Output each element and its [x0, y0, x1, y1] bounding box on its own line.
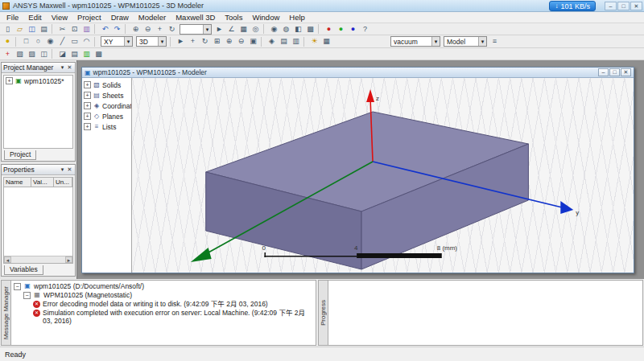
- project-tree-root[interactable]: + ▣ wpm101025*: [4, 76, 72, 86]
- message-manager-strip[interactable]: Message Manager: [1, 280, 11, 346]
- tab-project[interactable]: Project: [4, 150, 36, 160]
- cut-icon[interactable]: ✂: [56, 24, 68, 35]
- help-pointer-icon[interactable]: ?: [359, 24, 371, 35]
- maximize-button[interactable]: □: [609, 68, 620, 76]
- tree-item-sheets[interactable]: + ▤ Sheets: [82, 90, 131, 101]
- tab-variables[interactable]: Variables: [4, 265, 43, 275]
- redo-icon[interactable]: ↷: [111, 24, 123, 35]
- maximize-button[interactable]: □: [617, 2, 630, 10]
- mesh-display-icon[interactable]: ▩: [93, 49, 105, 59]
- print-icon[interactable]: ▤: [38, 24, 50, 35]
- menu-window[interactable]: Window: [247, 12, 284, 23]
- menu-draw[interactable]: Draw: [106, 12, 134, 23]
- tree-item-lists[interactable]: + ≡ Lists: [82, 121, 131, 132]
- pan-view-icon[interactable]: +: [187, 36, 199, 47]
- expander-plus-icon[interactable]: +: [84, 92, 91, 99]
- work-plane-icon[interactable]: ▧: [14, 49, 26, 59]
- minimize-button[interactable]: –: [598, 68, 609, 76]
- menu-tools[interactable]: Tools: [220, 12, 247, 23]
- expander-minus-icon[interactable]: −: [14, 283, 21, 290]
- new-icon[interactable]: ▯: [2, 24, 14, 35]
- expander-minus-icon[interactable]: −: [23, 292, 31, 299]
- message-error-2[interactable]: ✕ Simulation completed with execution er…: [14, 309, 313, 325]
- scroll-right-icon[interactable]: ►: [65, 256, 72, 263]
- snap-settings-icon[interactable]: ◫: [38, 49, 50, 59]
- chevron-down-icon[interactable]: ▾: [203, 25, 211, 34]
- render-shaded-icon[interactable]: ☀: [308, 36, 320, 47]
- message-design-node[interactable]: − ▦ WPM101025 (Magnetostatic): [14, 291, 313, 299]
- menu-project[interactable]: Project: [72, 12, 106, 23]
- y-axis-icon[interactable]: ●: [335, 24, 347, 35]
- save-icon[interactable]: ◫: [26, 24, 38, 35]
- zoom-in-view-icon[interactable]: ⊕: [223, 36, 235, 47]
- draw-arc-icon[interactable]: ◠: [80, 36, 93, 47]
- menu-help[interactable]: Help: [284, 12, 310, 23]
- paste-icon[interactable]: ▥: [80, 24, 93, 35]
- fit-view-icon[interactable]: ▣: [247, 36, 259, 47]
- render-wireframe-icon[interactable]: ▦: [320, 36, 332, 47]
- zoom-window-icon[interactable]: ⊞: [211, 36, 223, 47]
- material-sphere-icon[interactable]: ●: [2, 36, 14, 47]
- x-axis-icon[interactable]: ●: [323, 24, 335, 35]
- minimize-button[interactable]: –: [605, 2, 617, 10]
- rotate-icon[interactable]: ↻: [166, 24, 178, 35]
- rotate-view-icon[interactable]: ↻: [199, 36, 211, 47]
- draw-rectangle-icon[interactable]: ▭: [68, 36, 80, 47]
- message-error-1[interactable]: ✕ Error decoding model data or writing i…: [14, 300, 313, 308]
- message-project-node[interactable]: − ▣ wpm101025 (D:/Documents/Ansoft/): [14, 282, 313, 290]
- expander-plus-icon[interactable]: +: [84, 123, 91, 130]
- object-visibility-icon[interactable]: ▤: [68, 49, 80, 59]
- zoom-in-icon[interactable]: ⊕: [130, 24, 142, 35]
- view-dimension-combo[interactable]: 3D▾: [136, 36, 167, 47]
- close-icon[interactable]: ✕: [66, 166, 73, 173]
- horizontal-scrollbar[interactable]: ◄ ►: [4, 256, 72, 263]
- menu-edit[interactable]: Edit: [23, 12, 46, 23]
- view-top-icon[interactable]: ▤: [278, 36, 290, 47]
- coordinate-system-icon[interactable]: +: [2, 49, 14, 59]
- network-speed-badge[interactable]: ↓ 101 KB/s: [549, 1, 596, 11]
- boundary-display-icon[interactable]: ▥: [80, 49, 93, 59]
- copy-icon[interactable]: ⊡: [68, 24, 80, 35]
- array-icon[interactable]: ▩: [304, 24, 316, 35]
- expander-plus-icon[interactable]: +: [84, 113, 91, 120]
- chevron-down-icon[interactable]: ▾: [431, 37, 440, 46]
- scroll-left-icon[interactable]: ◄: [4, 256, 11, 263]
- grid-settings-icon[interactable]: ▨: [26, 49, 38, 59]
- boolean-unite-icon[interactable]: ◉: [268, 24, 280, 35]
- boolean-subtract-icon[interactable]: ◍: [280, 24, 292, 35]
- close-button[interactable]: ✕: [630, 2, 642, 10]
- viewport-3d[interactable]: z y 0 4 8 (mm): [132, 78, 634, 273]
- menu-file[interactable]: File: [2, 12, 23, 23]
- pan-icon[interactable]: +: [154, 24, 166, 35]
- view-side-icon[interactable]: ▥: [290, 36, 302, 47]
- plane-visibility-icon[interactable]: ◪: [56, 49, 68, 59]
- model-mode-combo[interactable]: Model▾: [444, 36, 487, 47]
- zoom-out-view-icon[interactable]: ⊖: [235, 36, 247, 47]
- menu-maxwell3d[interactable]: Maxwell 3D: [171, 12, 220, 23]
- expander-plus-icon[interactable]: +: [84, 102, 91, 109]
- chevron-down-icon[interactable]: ▾: [158, 37, 166, 46]
- plane-combo[interactable]: XY▾: [101, 36, 133, 47]
- expander-plus-icon[interactable]: +: [6, 77, 13, 84]
- material-combo[interactable]: vacuum▾: [390, 36, 440, 47]
- progress-strip[interactable]: Progress: [318, 280, 328, 346]
- open-icon[interactable]: ▱: [14, 24, 26, 35]
- selection-combo[interactable]: ▾: [180, 24, 212, 35]
- menu-view[interactable]: View: [47, 12, 72, 23]
- column-value[interactable]: Val...: [31, 178, 54, 187]
- chevron-down-icon[interactable]: ▾: [124, 37, 132, 46]
- chevron-down-icon[interactable]: ▾: [59, 166, 66, 173]
- chevron-down-icon[interactable]: ▾: [478, 37, 486, 46]
- close-icon[interactable]: ✕: [66, 64, 73, 71]
- grid-icon[interactable]: ▦: [237, 24, 250, 35]
- measure-icon[interactable]: ∠: [225, 24, 237, 35]
- column-unit[interactable]: Un...: [54, 178, 72, 187]
- model-tree-icon[interactable]: ≡: [489, 36, 501, 47]
- draw-box-icon[interactable]: □: [20, 36, 32, 47]
- draw-sphere-icon[interactable]: ◉: [44, 36, 56, 47]
- snap-icon[interactable]: ◎: [250, 24, 262, 35]
- close-button[interactable]: ✕: [621, 68, 631, 76]
- zoom-out-icon[interactable]: ⊖: [142, 24, 154, 35]
- undo-icon[interactable]: ↶: [99, 24, 111, 35]
- mirror-icon[interactable]: ◧: [292, 24, 304, 35]
